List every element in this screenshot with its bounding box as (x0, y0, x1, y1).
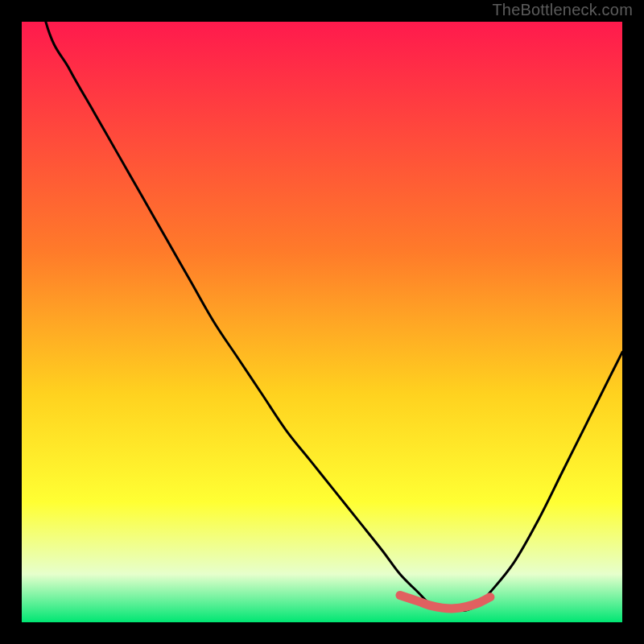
highlight-segment (400, 595, 490, 609)
chart-svg (22, 22, 622, 622)
plot-area (22, 22, 622, 622)
bottleneck-curve (22, 22, 622, 611)
watermark-text: TheBottleneck.com (492, 1, 633, 19)
